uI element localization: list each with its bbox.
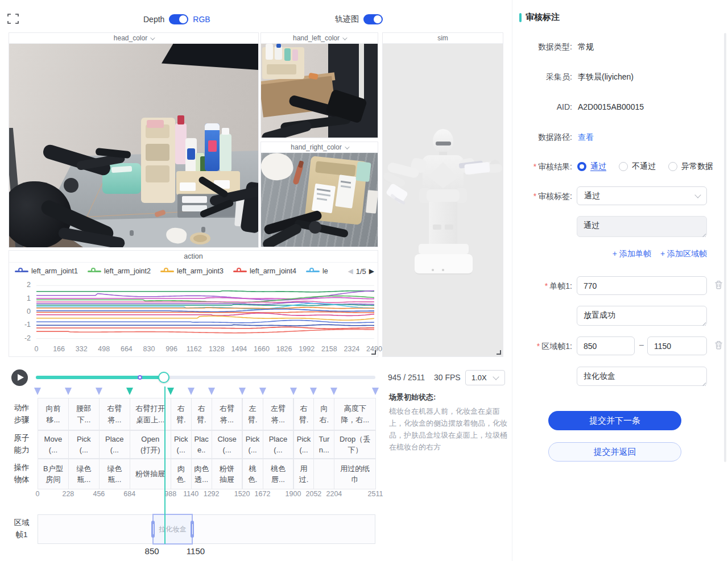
speed-select[interactable]: 1.0X bbox=[465, 370, 505, 385]
radio-icon[interactable] bbox=[577, 162, 586, 171]
table-cell[interactable]: 肉色 透... bbox=[191, 459, 212, 489]
table-cell[interactable]: 腰部 下... bbox=[68, 398, 100, 430]
table-cell[interactable]: Place (... bbox=[99, 430, 130, 459]
playhead-cursor-line[interactable] bbox=[164, 387, 166, 544]
single-frame-note-textarea[interactable]: 放置成功 bbox=[577, 306, 707, 326]
table-cell[interactable]: 高度下 降，右... bbox=[334, 398, 376, 430]
table-cell[interactable] bbox=[313, 459, 334, 489]
review-tag-select[interactable]: 通过 bbox=[577, 186, 707, 205]
step-marker-icon[interactable] bbox=[34, 388, 41, 395]
region-track-box[interactable]: 拉化妆盒 bbox=[38, 514, 375, 544]
table-cell[interactable]: 用过的纸 巾 bbox=[334, 459, 376, 489]
region-segment[interactable]: 拉化妆盒 bbox=[152, 514, 193, 545]
region-note-textarea[interactable]: 拉化妆盒 bbox=[577, 367, 707, 386]
frame-tick-label: 228 bbox=[62, 490, 74, 498]
table-cell[interactable]: 绿色 瓶... bbox=[68, 459, 100, 489]
frame-tick-label: 1900 bbox=[286, 490, 301, 498]
table-cell[interactable]: Tur n... bbox=[313, 430, 334, 459]
radio-option[interactable]: 通过 bbox=[577, 161, 606, 172]
frame-tick-label: 2052 bbox=[305, 490, 321, 498]
add-single-frame-link[interactable]: + 添加单帧 bbox=[613, 249, 651, 259]
table-cell[interactable]: 肉 色. bbox=[171, 459, 192, 489]
single-frame-input[interactable] bbox=[577, 276, 707, 295]
radio-icon[interactable] bbox=[668, 162, 677, 171]
resize-corner-icon[interactable] bbox=[371, 350, 376, 355]
bottle bbox=[284, 48, 291, 61]
step-marker-icon[interactable] bbox=[188, 388, 195, 395]
table-cell[interactable]: 粉饼 抽屉 bbox=[212, 459, 243, 489]
step-marker-icon[interactable] bbox=[167, 388, 174, 395]
resize-corner-icon[interactable] bbox=[497, 350, 501, 355]
panel-scrollbar[interactable] bbox=[724, 33, 726, 462]
delete-single-frame-icon[interactable] bbox=[714, 280, 723, 290]
table-cell[interactable]: Pick (... bbox=[68, 430, 100, 459]
slider-handle[interactable] bbox=[158, 372, 169, 383]
legend-item[interactable]: left_arm_joint3 bbox=[160, 267, 224, 275]
fullscreen-icon[interactable] bbox=[7, 14, 19, 24]
region-handle-right[interactable] bbox=[191, 521, 194, 538]
chart-plot-area[interactable] bbox=[36, 280, 374, 344]
delete-region-frame-icon[interactable] bbox=[714, 340, 723, 350]
region-start-input[interactable] bbox=[577, 336, 635, 355]
legend-item[interactable]: left_arm_joint2 bbox=[88, 267, 151, 275]
table-cell[interactable]: 右 臂. bbox=[191, 398, 212, 430]
step-marker-icon[interactable] bbox=[372, 388, 379, 395]
table-cell[interactable]: 右臂 将... bbox=[212, 398, 243, 430]
table-cell[interactable]: Drop（丢 下） bbox=[334, 430, 376, 459]
table-cell[interactable]: 左 臂. bbox=[242, 398, 263, 430]
robot-head bbox=[433, 129, 453, 153]
table-cell[interactable]: Move (... bbox=[38, 430, 69, 459]
trajectory-toggle[interactable] bbox=[363, 14, 383, 24]
step-marker-icon[interactable] bbox=[208, 388, 215, 395]
table-cell[interactable]: 向 右. bbox=[313, 398, 334, 430]
legend-item[interactable]: left_arm_joint4 bbox=[233, 267, 296, 275]
x-axis-tick-label: 830 bbox=[143, 345, 155, 353]
step-marker-icon[interactable] bbox=[96, 388, 102, 395]
table-cell[interactable]: Plac e.. bbox=[191, 430, 212, 459]
tag-note-textarea[interactable]: 通过 bbox=[577, 216, 707, 237]
playback-slider[interactable] bbox=[36, 376, 375, 379]
region-end-input[interactable] bbox=[647, 336, 707, 355]
head-camera-title[interactable]: head_color bbox=[9, 33, 258, 44]
data-path-link[interactable]: 查看 bbox=[578, 131, 594, 143]
table-cell[interactable]: 左臂 将... bbox=[263, 398, 294, 430]
region-handle-left[interactable] bbox=[151, 521, 155, 538]
radio-option[interactable]: 不通过 bbox=[619, 161, 656, 172]
table-cell[interactable]: 右臂 将... bbox=[99, 398, 130, 430]
table-cell[interactable]: 右 臂. bbox=[293, 398, 315, 430]
hand-right-camera-title[interactable]: hand_right_color bbox=[261, 142, 378, 153]
radio-icon[interactable] bbox=[619, 162, 628, 171]
organizer-slot bbox=[267, 64, 296, 74]
table-cell[interactable]: Pick (... bbox=[293, 430, 315, 459]
table-cell[interactable]: Close (... bbox=[212, 430, 243, 459]
step-marker-icon[interactable] bbox=[290, 388, 297, 395]
legend-item[interactable]: le bbox=[306, 267, 328, 275]
table-cell[interactable]: B户型 房间 bbox=[38, 459, 69, 489]
step-marker-icon[interactable] bbox=[330, 388, 337, 395]
table-cell[interactable]: 右 臂. bbox=[171, 398, 192, 430]
column-panel bbox=[433, 225, 441, 230]
table-cell[interactable]: Place (... bbox=[263, 430, 294, 459]
step-marker-icon[interactable] bbox=[259, 388, 266, 395]
table-cell[interactable]: 绿色 瓶... bbox=[99, 459, 130, 489]
table-cell[interactable]: Pick (... bbox=[242, 430, 263, 459]
play-button[interactable] bbox=[11, 369, 28, 386]
table-cell[interactable]: 桃色 唇... bbox=[263, 459, 294, 489]
table-cell[interactable]: 向前 移... bbox=[38, 398, 69, 430]
legend-prev-icon[interactable]: ◀ bbox=[348, 267, 353, 275]
table-cell[interactable]: 用 过. bbox=[293, 459, 315, 489]
depth-rgb-toggle[interactable] bbox=[169, 14, 188, 24]
frame-tick-label: 456 bbox=[93, 490, 105, 498]
add-region-frame-link[interactable]: + 添加区域帧 bbox=[660, 249, 707, 259]
radio-option[interactable]: 异常数据 bbox=[668, 161, 713, 172]
step-marker-icon[interactable] bbox=[239, 388, 246, 395]
hand-left-camera-title[interactable]: hand_left_color bbox=[261, 33, 378, 44]
submit-back-button[interactable]: 提交并返回 bbox=[548, 442, 681, 462]
table-cell[interactable]: Pick (... bbox=[171, 430, 192, 459]
legend-next-icon[interactable]: ▶ bbox=[369, 267, 374, 275]
table-cell[interactable]: 桃 色. bbox=[242, 459, 263, 489]
step-marker-icon[interactable] bbox=[65, 388, 72, 395]
step-marker-icon[interactable] bbox=[126, 388, 133, 395]
step-marker-icon[interactable] bbox=[310, 388, 317, 395]
submit-next-button[interactable]: 提交并下一条 bbox=[548, 411, 681, 430]
